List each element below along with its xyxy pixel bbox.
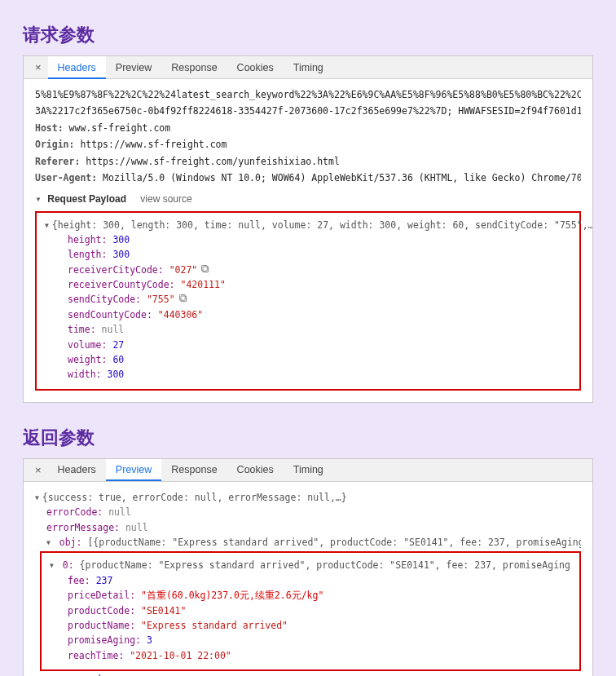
json-field-productCode: productCode: "SE0141" <box>68 603 571 618</box>
payload-summary[interactable]: {height: 300, length: 300, time: null, v… <box>45 218 571 232</box>
view-source-link[interactable]: view source <box>140 193 191 205</box>
tab-timing[interactable]: Timing <box>284 458 333 481</box>
tab-response[interactable]: Response <box>161 458 227 481</box>
json-field-height: height: 300 <box>68 232 571 247</box>
json-field-priceDetail: priceDetail: "首重(60.0kg)237.0元,续重2.6元/kg… <box>68 588 571 603</box>
copy-icon[interactable] <box>200 263 210 273</box>
section-request-title: 请求参数 <box>23 23 593 47</box>
response-panel: × Headers Preview Response Cookies Timin… <box>23 458 593 676</box>
tab-cookies[interactable]: Cookies <box>227 56 284 79</box>
header-line: 5%81%E9%87%8F%22%2C%22%24latest_search_k… <box>35 87 581 102</box>
request-tabbar: × Headers Preview Response Cookies Timin… <box>24 56 592 79</box>
copy-icon[interactable] <box>178 293 188 303</box>
json-field-receiverCountyCode: receiverCountyCode: "420111" <box>68 277 571 292</box>
response-tabbar: × Headers Preview Response Cookies Timin… <box>24 459 592 482</box>
json-field-productName: productName: "Express standard arrived" <box>68 618 571 633</box>
close-icon[interactable]: × <box>29 464 48 476</box>
json-field-errorMessage: errorMessage: null <box>46 520 581 535</box>
json-field-promiseAging: promiseAging: 3 <box>68 633 571 647</box>
request-panel: × Headers Preview Response Cookies Timin… <box>23 55 593 403</box>
tab-headers[interactable]: Headers <box>48 458 106 481</box>
item0-row[interactable]: 0: {productName: "Express standard arriv… <box>50 558 571 572</box>
json-field-time: time: null <box>68 322 571 337</box>
header-line: 3A%2217c2f365e6750c-0b4f92ff8224618-3354… <box>35 104 581 118</box>
header-origin: Origin: https://www.sf-freight.com <box>35 137 581 152</box>
tab-preview[interactable]: Preview <box>106 458 161 481</box>
json-field-fee: fee: 237 <box>68 573 571 588</box>
json-field-weight: weight: 60 <box>68 352 571 367</box>
tab-preview[interactable]: Preview <box>106 56 161 79</box>
json-field-sendCityCode: sendCityCode: "755" <box>68 292 571 307</box>
json-field-reachTime: reachTime: "2021-10-01 22:00" <box>68 648 571 663</box>
response-content: {success: true, errorCode: null, errorMe… <box>24 482 592 676</box>
close-icon[interactable]: × <box>29 61 48 73</box>
json-field-receiverCityCode: receiverCityCode: "027" <box>68 263 571 277</box>
request-content: 5%81%E9%87%8F%22%2C%22%24latest_search_k… <box>24 79 592 402</box>
section-response-title: 返回参数 <box>23 426 593 450</box>
json-field-length: length: 300 <box>68 247 571 262</box>
tab-response[interactable]: Response <box>161 56 227 79</box>
request-payload-header[interactable]: Request Payload view source <box>35 192 581 207</box>
response-obj-box: 0: {productName: "Express standard arriv… <box>40 551 581 671</box>
json-field-volume: volume: 27 <box>68 338 571 352</box>
json-field-width: width: 300 <box>68 367 571 382</box>
request-payload-box: {height: 300, length: 300, time: null, v… <box>35 211 581 391</box>
header-host: Host: www.sf-freight.com <box>35 121 581 135</box>
success-row: success: true <box>46 671 581 676</box>
tab-timing[interactable]: Timing <box>284 56 333 79</box>
response-top-summary[interactable]: {success: true, errorCode: null, errorMe… <box>35 490 581 505</box>
tab-headers[interactable]: Headers <box>48 56 106 79</box>
json-field-sendCountyCode: sendCountyCode: "440306" <box>68 307 571 322</box>
tab-cookies[interactable]: Cookies <box>227 458 284 481</box>
json-field-errorCode: errorCode: null <box>46 505 581 519</box>
header-user-agent: User-Agent: Mozilla/5.0 (Windows NT 10.0… <box>35 170 581 185</box>
obj-row[interactable]: obj: [{productName: "Express standard ar… <box>46 535 581 550</box>
header-referer: Referer: https://www.sf-freight.com/yunf… <box>35 154 581 169</box>
